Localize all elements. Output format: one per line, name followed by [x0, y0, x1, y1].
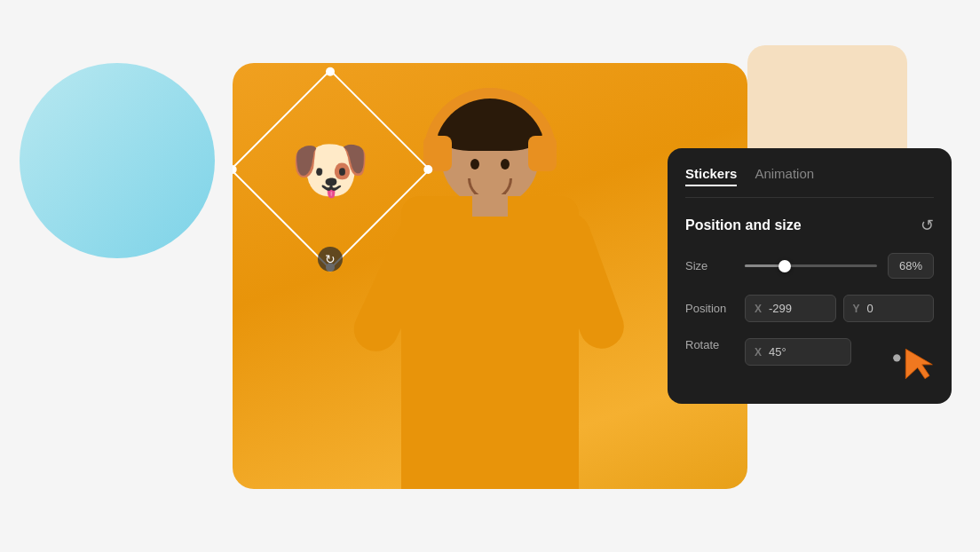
- handle-top-left[interactable]: [324, 66, 336, 78]
- rotate-x-axis: X: [755, 346, 762, 359]
- rotate-handle[interactable]: ↻: [318, 247, 343, 272]
- sticker-container[interactable]: 🐶 ↻: [259, 99, 401, 241]
- size-slider-track[interactable]: [745, 264, 877, 267]
- size-label: Size: [685, 259, 734, 272]
- position-x-field[interactable]: X -299: [745, 295, 836, 322]
- tab-stickers[interactable]: Stickers: [685, 166, 737, 186]
- position-x-axis: X: [755, 303, 762, 315]
- bg-decoration-blue: [20, 63, 215, 258]
- section-header: Position and size ↺: [685, 216, 934, 235]
- orange-cursor-icon: [889, 342, 934, 386]
- position-y-field[interactable]: Y 0: [843, 295, 935, 322]
- svg-point-0: [893, 354, 900, 361]
- position-field-row: Position X -299 Y 0: [685, 295, 934, 322]
- section-title: Position and size: [685, 217, 802, 233]
- sticker-selection-box: [233, 69, 431, 270]
- person-body: [401, 196, 579, 489]
- rotate-field-row: Rotate X 45°: [685, 338, 934, 386]
- rotate-x-value: 45°: [769, 345, 786, 359]
- scene: 🐶 ↻ Stickers Animation Position and size: [46, 28, 934, 524]
- size-field-row: Size 68%: [685, 253, 934, 279]
- rotate-controls: X 45°: [745, 338, 879, 366]
- cursor-area: [889, 342, 934, 386]
- position-label: Position: [685, 302, 734, 315]
- person-eye-left: [470, 159, 479, 170]
- svg-marker-1: [905, 349, 932, 378]
- reset-button[interactable]: ↺: [921, 216, 934, 235]
- handle-bottom-left[interactable]: [233, 163, 239, 176]
- position-y-value: 0: [867, 302, 873, 315]
- headphone-right: [528, 136, 557, 171]
- person-eye-right: [501, 159, 510, 170]
- position-y-axis: Y: [853, 303, 860, 315]
- position-inputs: X -299 Y 0: [745, 295, 934, 322]
- position-x-value: -299: [769, 302, 792, 315]
- settings-panel: Stickers Animation Position and size ↺ S…: [668, 148, 952, 404]
- rotate-handle-icon: ↻: [325, 252, 336, 266]
- size-value-box: 68%: [888, 253, 934, 279]
- rotate-label: Rotate: [685, 338, 734, 351]
- tab-animation[interactable]: Animation: [755, 166, 814, 186]
- size-slider-thumb[interactable]: [778, 260, 791, 272]
- panel-tabs: Stickers Animation: [685, 166, 934, 198]
- size-slider-wrapper: [745, 264, 877, 267]
- rotate-x-field[interactable]: X 45°: [745, 338, 851, 366]
- person-neck: [472, 194, 508, 217]
